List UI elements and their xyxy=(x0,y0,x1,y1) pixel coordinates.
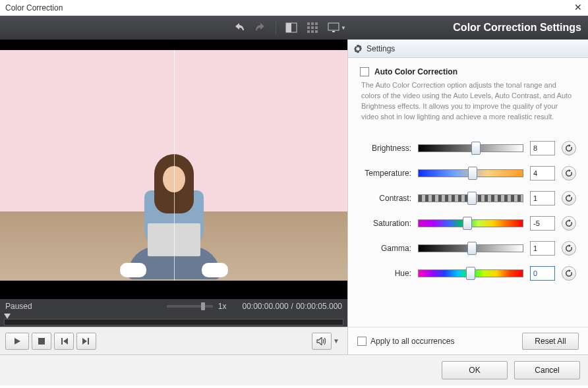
split-divider[interactable] xyxy=(174,50,175,281)
time-sep: / xyxy=(291,302,293,311)
video-frame xyxy=(0,50,347,281)
saturation-label: Saturation: xyxy=(360,219,411,228)
gamma-thumb[interactable] xyxy=(467,242,477,255)
playhead-icon[interactable] xyxy=(4,314,11,319)
prev-icon xyxy=(60,338,68,345)
slider-row-contrast: Contrast: xyxy=(360,191,576,206)
reset-all-button[interactable]: Reset All xyxy=(522,333,579,350)
contrast-reset-button[interactable] xyxy=(562,191,576,206)
brightness-slider[interactable] xyxy=(418,144,523,152)
slider-row-saturation: Saturation: xyxy=(360,216,576,231)
slider-row-temperature: Temperature: xyxy=(360,166,576,180)
hue-label: Hue: xyxy=(360,269,411,278)
reset-icon xyxy=(565,144,573,152)
svg-rect-4 xyxy=(315,22,318,25)
contrast-label: Contrast: xyxy=(360,194,411,203)
temperature-slider[interactable] xyxy=(418,169,523,177)
svg-rect-12 xyxy=(332,31,335,32)
gamma-label: Gamma: xyxy=(360,244,411,253)
titlebar: Color Correction ✕ xyxy=(0,0,588,16)
speed-value: 1x xyxy=(218,302,227,311)
reset-icon xyxy=(565,219,573,227)
svg-rect-13 xyxy=(38,338,45,345)
display-dropdown[interactable]: ▼ xyxy=(325,19,349,36)
settings-header: Settings xyxy=(348,40,588,58)
saturation-thumb[interactable] xyxy=(463,217,472,230)
grid-button[interactable] xyxy=(304,19,321,36)
auto-color-description: The Auto Color Correction option adjusts… xyxy=(360,80,576,123)
hue-thumb[interactable] xyxy=(466,267,475,280)
playback-controls: ▼ xyxy=(0,327,347,354)
svg-rect-5 xyxy=(307,26,310,29)
temperature-label: Temperature: xyxy=(360,169,411,178)
monitor-icon xyxy=(328,22,339,33)
split-view-button[interactable] xyxy=(283,19,300,36)
speed-slider[interactable] xyxy=(167,305,213,308)
brightness-reset-button[interactable] xyxy=(562,141,576,155)
brightness-label: Brightness: xyxy=(360,144,411,153)
preview-pane: Paused 1x 00:00:00.000 / 00:00:05.000 ▼ xyxy=(0,40,348,354)
hue-value[interactable] xyxy=(530,266,555,281)
gear-icon xyxy=(353,44,363,53)
svg-rect-8 xyxy=(307,30,310,33)
contrast-slider[interactable] xyxy=(418,194,523,202)
grid-icon xyxy=(307,22,318,33)
svg-rect-9 xyxy=(311,30,314,33)
reset-icon xyxy=(565,244,573,252)
gamma-reset-button[interactable] xyxy=(562,241,576,256)
next-icon xyxy=(82,338,90,345)
prev-frame-button[interactable] xyxy=(54,333,74,350)
saturation-slider[interactable] xyxy=(418,219,523,227)
panel-title: Color Correction Settings xyxy=(453,22,581,34)
close-icon[interactable]: ✕ xyxy=(573,3,583,13)
hue-slider[interactable] xyxy=(418,269,523,277)
temperature-value[interactable] xyxy=(530,166,555,180)
svg-rect-7 xyxy=(315,26,318,29)
temperature-reset-button[interactable] xyxy=(562,166,576,180)
apply-all-label: Apply to all occurrences xyxy=(370,337,454,346)
window-title: Color Correction xyxy=(5,3,573,13)
settings-header-label: Settings xyxy=(367,44,395,53)
cancel-button[interactable]: Cancel xyxy=(514,361,580,379)
saturation-reset-button[interactable] xyxy=(562,216,576,231)
svg-rect-6 xyxy=(311,26,314,29)
hue-reset-button[interactable] xyxy=(562,266,576,281)
stop-icon xyxy=(38,338,45,345)
current-time: 00:00:00.000 xyxy=(243,302,289,311)
timeline[interactable] xyxy=(0,314,347,327)
contrast-value[interactable] xyxy=(530,191,555,206)
undo-button[interactable] xyxy=(231,19,248,36)
status-bar: Paused 1x 00:00:00.000 / 00:00:05.000 xyxy=(0,299,347,314)
temperature-thumb[interactable] xyxy=(468,167,477,180)
video-preview[interactable] xyxy=(0,40,347,299)
settings-pane: Settings Auto Color Correction The Auto … xyxy=(348,40,588,354)
redo-icon xyxy=(254,23,266,32)
svg-rect-10 xyxy=(315,30,318,33)
toolbar-separator xyxy=(276,20,276,35)
volume-dropdown[interactable]: ▼ xyxy=(333,337,342,345)
undo-icon xyxy=(233,23,245,32)
svg-rect-11 xyxy=(328,23,339,30)
slider-row-gamma: Gamma: xyxy=(360,241,576,256)
slider-row-brightness: Brightness: xyxy=(360,141,576,155)
svg-rect-1 xyxy=(286,23,291,32)
reset-icon xyxy=(565,169,573,177)
volume-button[interactable] xyxy=(312,333,332,350)
auto-color-checkbox[interactable] xyxy=(360,67,369,76)
saturation-value[interactable] xyxy=(530,216,555,231)
play-icon xyxy=(13,337,21,345)
gamma-slider[interactable] xyxy=(418,244,523,252)
play-button[interactable] xyxy=(5,333,29,350)
redo-button[interactable] xyxy=(252,19,269,36)
brightness-thumb[interactable] xyxy=(471,142,481,155)
apply-all-checkbox[interactable] xyxy=(357,337,367,346)
gamma-value[interactable] xyxy=(530,241,555,256)
reset-icon xyxy=(565,269,573,277)
stop-button[interactable] xyxy=(32,333,51,350)
split-view-icon xyxy=(285,22,297,33)
ok-button[interactable]: OK xyxy=(442,361,508,379)
next-frame-button[interactable] xyxy=(76,333,96,350)
contrast-thumb[interactable] xyxy=(467,192,477,205)
toolbar: ▼ Color Correction Settings xyxy=(0,16,588,40)
brightness-value[interactable] xyxy=(530,141,555,155)
